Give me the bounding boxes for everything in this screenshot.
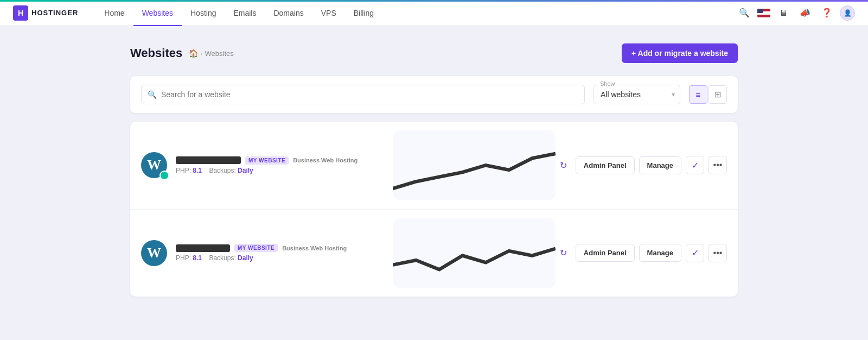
site-name-text	[176, 244, 230, 252]
refresh-button-2[interactable]: ↻	[560, 248, 567, 258]
nav-emails[interactable]: Emails	[225, 0, 265, 26]
breadcrumb-current: Websites	[205, 49, 234, 58]
help-button[interactable]: ❓	[818, 4, 835, 22]
logo[interactable]: H HOSTINGER	[13, 5, 78, 21]
backups-value[interactable]: Daily	[238, 167, 253, 174]
hosting-type-label: Business Web Hosting	[293, 157, 358, 163]
search-button[interactable]: 🔍	[736, 4, 753, 22]
show-select[interactable]: All websites WordPress Other	[593, 85, 680, 104]
refresh-button-1[interactable]: ↻	[560, 160, 567, 171]
traffic-chart-2	[393, 218, 556, 288]
search-input[interactable]	[141, 85, 585, 104]
manage-button-1[interactable]: Manage	[639, 156, 681, 174]
nav-billing[interactable]: Billing	[345, 0, 382, 26]
add-website-label: + Add or migrate a website	[631, 49, 728, 58]
backups-label: Backups:	[209, 254, 235, 262]
table-row: W MY WEBSITE Business Web Hosting PHP: 8…	[130, 210, 738, 297]
breadcrumb-home-icon[interactable]: 🏠	[189, 49, 198, 58]
nav-domains[interactable]: Domains	[265, 0, 312, 26]
manage-button-2[interactable]: Manage	[639, 244, 681, 262]
more-options-button-1[interactable]: •••	[709, 156, 727, 174]
avatar[interactable]: 👤	[840, 5, 855, 21]
show-select-wrapper: Show All websites WordPress Other ▾	[593, 85, 680, 104]
site-info-2: MY WEBSITE Business Web Hosting PHP: 8.1…	[176, 244, 384, 262]
websites-list: W MY WEBSITE Business Web Hosting PHP: 8…	[130, 122, 738, 297]
nav-home[interactable]: Home	[95, 0, 133, 26]
breadcrumb: 🏠 › Websites	[189, 49, 234, 58]
wp-logo-1: W	[141, 152, 167, 178]
checkmark-icon: ✓	[692, 160, 699, 171]
site-info-1: MY WEBSITE Business Web Hosting PHP: 8.1…	[176, 156, 384, 174]
navbar: H HOSTINGER Home Websites Hosting Emails…	[0, 0, 868, 26]
svg-rect-1	[393, 218, 556, 288]
site-meta-1: PHP: 8.1 Backups: Daily	[176, 167, 384, 174]
filter-row: 🔍 Show All websites WordPress Other ▾ ≡ …	[130, 76, 738, 113]
backups-value[interactable]: Daily	[238, 254, 253, 262]
dots-icon: •••	[713, 160, 723, 170]
site-name-row: MY WEBSITE Business Web Hosting	[176, 156, 384, 165]
nav-vps[interactable]: VPS	[312, 0, 345, 26]
manage-label: Manage	[647, 161, 673, 169]
traffic-chart-1	[393, 130, 556, 200]
site-actions-2: Admin Panel Manage ✓ •••	[576, 244, 727, 262]
admin-panel-button-2[interactable]: Admin Panel	[576, 244, 635, 262]
help-icon: ❓	[821, 8, 832, 18]
logo-icon: H	[13, 5, 28, 21]
svg-rect-0	[393, 130, 556, 200]
nav-websites[interactable]: Websites	[133, 0, 182, 26]
manage-label: Manage	[647, 249, 673, 257]
nav-hosting[interactable]: Hosting	[182, 0, 225, 26]
site-name-row: MY WEBSITE Business Web Hosting	[176, 244, 384, 252]
dots-icon: •••	[713, 248, 723, 258]
checkmark-icon: ✓	[692, 248, 699, 258]
php-version[interactable]: 8.1	[193, 254, 202, 262]
breadcrumb-separator: ›	[200, 49, 202, 58]
avatar-icon: 👤	[844, 9, 852, 17]
page-header-left: Websites 🏠 › Websites	[130, 46, 234, 60]
site-meta-2: PHP: 8.1 Backups: Daily	[176, 254, 384, 262]
wordpress-icon: W	[147, 245, 161, 261]
page-header: Websites 🏠 › Websites + Add or migrate a…	[130, 43, 738, 63]
php-label: PHP:	[176, 167, 191, 174]
admin-panel-label: Admin Panel	[584, 161, 627, 169]
my-website-tag: MY WEBSITE	[234, 244, 278, 252]
brand-name: HOSTINGER	[31, 9, 78, 17]
show-label: Show	[598, 80, 617, 87]
notification-button[interactable]: 📣	[796, 4, 814, 22]
bell-icon: 📣	[800, 8, 810, 18]
search-wrapper: 🔍	[141, 85, 585, 104]
search-icon: 🔍	[148, 90, 157, 99]
wordpress-icon: W	[147, 157, 161, 173]
wp-logo-2: W	[141, 240, 167, 266]
search-icon: 🔍	[739, 8, 750, 18]
php-label: PHP:	[176, 254, 191, 262]
check-button-1[interactable]: ✓	[686, 156, 704, 174]
admin-panel-label: Admin Panel	[584, 249, 627, 257]
table-row: W MY WEBSITE Business Web Hosting PHP: 8…	[130, 122, 738, 210]
admin-panel-button-1[interactable]: Admin Panel	[576, 156, 635, 174]
view-toggle: ≡ ⊞	[689, 85, 727, 104]
nav-links: Home Websites Hosting Emails Domains VPS…	[95, 0, 736, 26]
check-button-2[interactable]: ✓	[686, 244, 704, 262]
windows-icon: 🖥	[779, 8, 788, 18]
site-name-text	[176, 156, 241, 164]
list-view-button[interactable]: ≡	[689, 85, 707, 104]
grid-icon: ⊞	[714, 90, 722, 99]
nav-right: 🔍 🖥 📣 ❓ 👤	[736, 4, 855, 22]
windows-icon-button[interactable]: 🖥	[775, 4, 792, 22]
add-website-button[interactable]: + Add or migrate a website	[622, 43, 738, 63]
hosting-type-label: Business Web Hosting	[282, 245, 347, 251]
site-actions-1: Admin Panel Manage ✓ •••	[576, 156, 727, 174]
list-icon: ≡	[696, 90, 701, 99]
php-version[interactable]: 8.1	[193, 167, 202, 174]
backups-label: Backups:	[209, 167, 235, 174]
main-content: Websites 🏠 › Websites + Add or migrate a…	[108, 26, 760, 314]
site-traffic-1: ↻	[393, 130, 567, 200]
grid-view-button[interactable]: ⊞	[709, 85, 727, 104]
my-website-tag: MY WEBSITE	[245, 156, 289, 165]
site-traffic-2: ↻	[393, 218, 567, 288]
page-title: Websites	[130, 46, 182, 60]
language-flag[interactable]	[757, 9, 770, 17]
site-status-badge	[159, 171, 169, 180]
more-options-button-2[interactable]: •••	[709, 244, 727, 262]
